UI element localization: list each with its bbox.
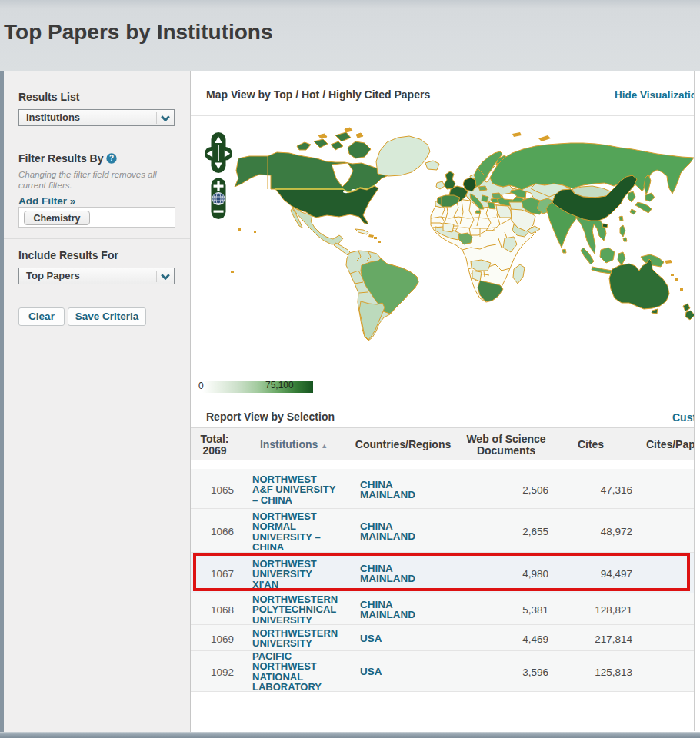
svg-text:?: ?: [109, 154, 114, 162]
